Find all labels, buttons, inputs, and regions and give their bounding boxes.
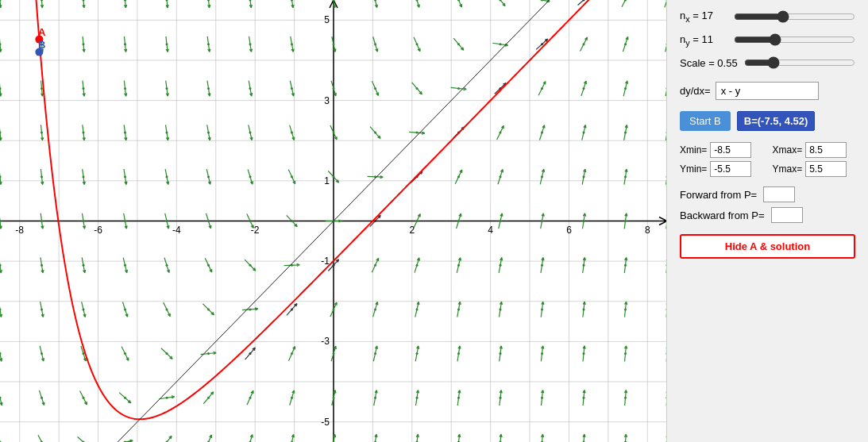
scale-row: Scale = 0.55 xyxy=(680,56,855,69)
sidebar: nx = 17 ny = 11 Scale = 0.55 dy/dx= Star… xyxy=(667,0,868,442)
forward-row: Forward from P= xyxy=(680,186,855,202)
nx-row: nx = 17 xyxy=(680,10,855,24)
ymax-label: Ymax= xyxy=(773,163,803,175)
forward-input[interactable] xyxy=(763,186,795,202)
bounds-grid: Xmin= Xmax= Ymin= Ymax= xyxy=(680,142,855,177)
equation-box: dy/dx= xyxy=(680,82,855,100)
ymin-input[interactable] xyxy=(710,161,751,177)
xmin-item: Xmin= xyxy=(680,142,763,158)
ny-label: ny = 11 xyxy=(680,33,727,48)
forward-label: Forward from P= xyxy=(680,189,757,201)
scale-slider[interactable] xyxy=(744,56,855,69)
xmax-item: Xmax= xyxy=(773,142,856,158)
nx-label: nx = 17 xyxy=(680,10,727,24)
xmin-input[interactable] xyxy=(710,142,751,158)
ny-row: ny = 11 xyxy=(680,33,855,48)
ymin-item: Ymin= xyxy=(680,161,763,177)
ymin-label: Ymin= xyxy=(680,163,707,175)
ymax-input[interactable] xyxy=(805,161,847,177)
hide-button[interactable]: Hide A & solution xyxy=(680,234,855,259)
graph-area[interactable] xyxy=(0,0,667,442)
equation-label: dy/dx= xyxy=(680,85,711,97)
start-row: Start B B=(-7.5, 4.52) xyxy=(680,111,855,131)
scale-label: Scale = 0.55 xyxy=(680,57,738,69)
ny-value: 11 xyxy=(701,33,712,45)
start-b-button[interactable]: Start B xyxy=(680,111,731,131)
backward-input[interactable] xyxy=(771,207,803,223)
nx-slider[interactable] xyxy=(734,10,855,23)
backward-label: Backward from P= xyxy=(680,209,765,221)
equation-input[interactable] xyxy=(716,82,819,100)
forward-backward: Forward from P= Backward from P= xyxy=(680,186,855,223)
xmin-label: Xmin= xyxy=(680,144,707,156)
ny-sub: y xyxy=(685,37,689,47)
nx-sub: x xyxy=(685,14,689,24)
nx-value: 17 xyxy=(701,10,712,21)
coord-display: B=(-7.5, 4.52) xyxy=(737,111,816,131)
backward-row: Backward from P= xyxy=(680,207,855,223)
xmax-input[interactable] xyxy=(805,142,847,158)
ny-slider[interactable] xyxy=(734,33,855,46)
xmax-label: Xmax= xyxy=(773,144,803,156)
ymax-item: Ymax= xyxy=(773,161,856,177)
